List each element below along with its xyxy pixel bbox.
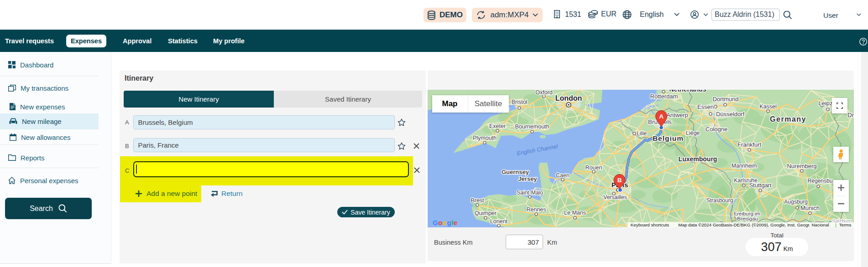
svg-text:Exeter: Exeter [489, 123, 506, 129]
svg-text:Regensbu: Regensbu [808, 178, 833, 184]
svg-text:Belgium: Belgium [653, 134, 684, 142]
svg-text:Munich: Munich [800, 205, 820, 211]
svg-text:Rouen: Rouen [586, 164, 602, 171]
svg-text:Mannheim: Mannheim [732, 163, 757, 169]
svg-text:Le Mans: Le Mans [564, 210, 586, 216]
svg-text:B: B [617, 177, 622, 184]
svg-text:Essen: Essen [697, 103, 714, 110]
svg-text:Germany: Germany [770, 115, 806, 123]
svg-text:Nuremberg: Nuremberg [787, 163, 816, 169]
svg-text:Breisgau: Breisgau [737, 216, 758, 221]
svg-text:Caen: Caen [556, 172, 570, 179]
svg-text:Guernsey: Guernsey [502, 169, 529, 175]
svg-text:Dre: Dre [847, 112, 854, 118]
svg-text:A: A [659, 113, 664, 120]
svg-text:Saint-Malo: Saint-Malo [517, 190, 543, 196]
svg-text:Quimper: Quimper [475, 210, 497, 216]
svg-text:Cologne: Cologne [706, 126, 727, 133]
svg-text:Stuttgart: Stuttgart [749, 182, 772, 189]
svg-text:Bournemouth: Bournemouth [515, 123, 549, 130]
svg-text:Luxembourg: Luxembourg [679, 155, 717, 163]
svg-text:Brest: Brest [471, 197, 484, 204]
svg-text:Lille: Lille [637, 130, 647, 137]
svg-text:Bristol: Bristol [512, 99, 528, 105]
svg-text:Rennes: Rennes [526, 206, 546, 213]
svg-text:Kassel: Kassel [759, 103, 777, 110]
svg-text:Frankfurt: Frankfurt [737, 141, 761, 148]
svg-text:Antwerp: Antwerp [666, 112, 688, 118]
svg-text:London: London [555, 94, 582, 102]
svg-text:Oxford: Oxford [535, 90, 553, 96]
svg-text:Augsburg: Augsburg [784, 199, 807, 205]
svg-text:Lorient: Lorient [490, 218, 508, 225]
svg-text:Netherlands: Netherlands [669, 90, 706, 93]
svg-text:Liège: Liège [686, 130, 700, 136]
svg-text:Strasbourg: Strasbourg [706, 197, 733, 204]
svg-text:Dortmund: Dortmund [712, 96, 738, 103]
svg-text:Jersey: Jersey [518, 175, 537, 182]
svg-text:Düsseldorf: Düsseldorf [716, 111, 745, 118]
svg-text:Plymouth: Plymouth [473, 135, 497, 141]
svg-text:Rotterdam: Rotterdam [650, 93, 678, 100]
svg-text:Versailles: Versailles [603, 194, 627, 200]
svg-text:Leipz: Leipz [818, 100, 832, 107]
